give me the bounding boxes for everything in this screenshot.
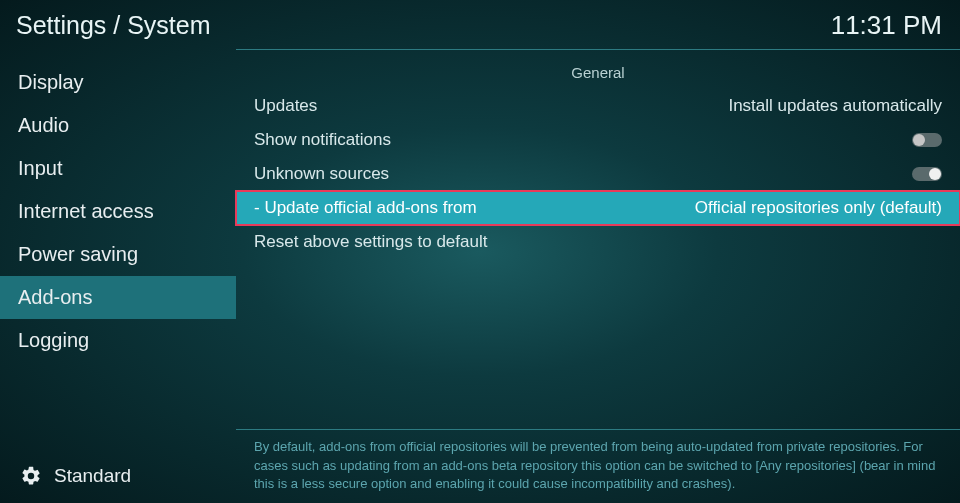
sidebar-item-logging[interactable]: Logging [0,319,236,362]
sidebar: Display Audio Input Internet access Powe… [0,53,236,501]
gear-icon [20,465,42,487]
breadcrumb: Settings / System [16,11,211,40]
row-unknown-sources[interactable]: Unknown sources [236,157,960,191]
header-divider [236,49,960,50]
toggle-knob [913,134,925,146]
row-label: Reset above settings to default [254,232,487,252]
settings-level-button[interactable]: Standard [0,451,236,501]
toggle-unknown-sources[interactable] [912,167,942,181]
row-update-official-addons-from[interactable]: Update official add-ons from Official re… [236,191,960,225]
section-header: General [236,53,960,89]
sidebar-item-power-saving[interactable]: Power saving [0,233,236,276]
clock: 11:31 PM [831,10,942,41]
row-label: Unknown sources [254,164,389,184]
header: Settings / System 11:31 PM [0,0,960,53]
row-label: Updates [254,96,317,116]
row-label: Show notifications [254,130,391,150]
row-value: Install updates automatically [728,96,942,116]
toggle-show-notifications[interactable] [912,133,942,147]
row-reset-defaults[interactable]: Reset above settings to default [236,225,960,259]
sidebar-item-add-ons[interactable]: Add-ons [0,276,236,319]
sidebar-item-internet-access[interactable]: Internet access [0,190,236,233]
settings-rows: Updates Install updates automatically Sh… [236,89,960,259]
row-show-notifications[interactable]: Show notifications [236,123,960,157]
sidebar-item-input[interactable]: Input [0,147,236,190]
row-value: Official repositories only (default) [695,198,942,218]
sidebar-item-display[interactable]: Display [0,61,236,104]
settings-level-label: Standard [54,465,131,487]
sidebar-item-audio[interactable]: Audio [0,104,236,147]
help-footer: By default, add-ons from official reposi… [236,429,960,503]
row-updates[interactable]: Updates Install updates automatically [236,89,960,123]
row-label: Update official add-ons from [254,198,477,218]
toggle-knob [929,168,941,180]
